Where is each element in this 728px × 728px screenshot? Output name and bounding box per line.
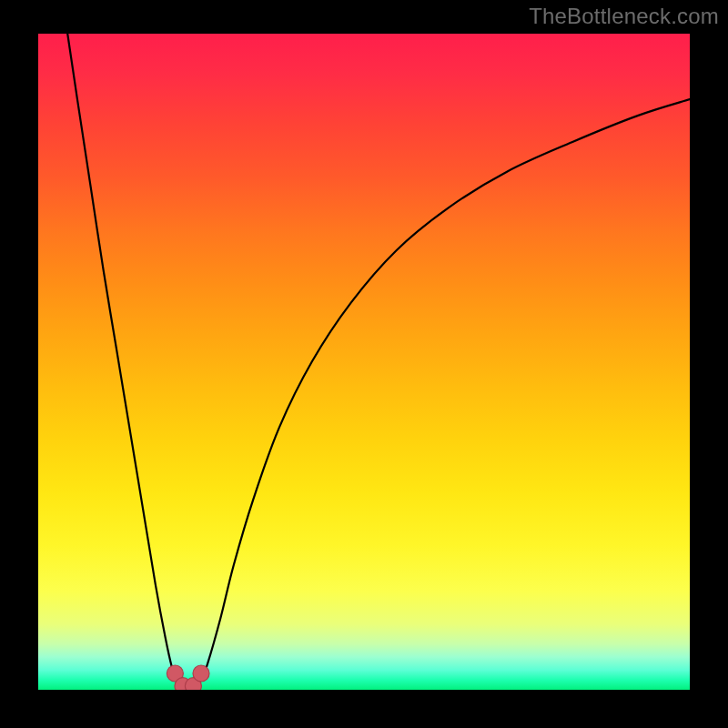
watermark-text: TheBottleneck.com	[529, 4, 719, 29]
plot-area	[38, 34, 690, 690]
chart-frame: TheBottleneck.com	[0, 0, 728, 728]
curve-layer	[38, 34, 690, 690]
curve-right-branch	[195, 99, 690, 688]
trough-dot	[193, 665, 209, 682]
curve-left-branch	[67, 34, 181, 688]
trough-dots-group	[167, 665, 209, 690]
